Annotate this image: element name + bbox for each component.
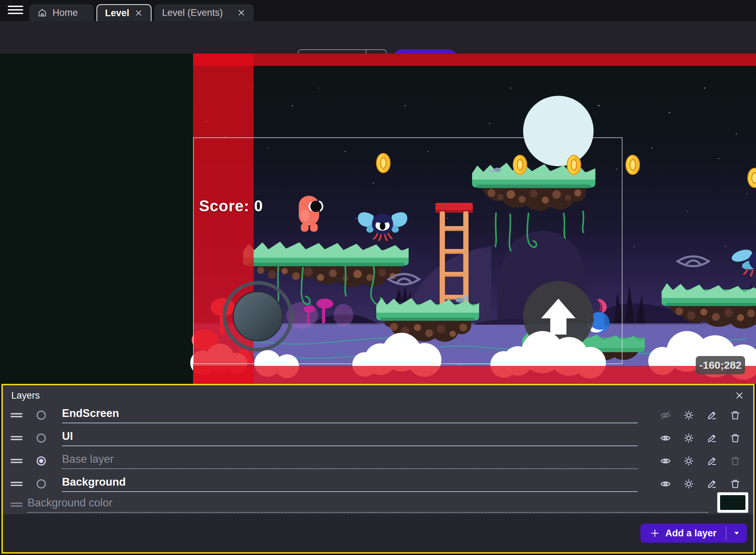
eye-icon <box>660 432 671 444</box>
layer-visibility-button[interactable] <box>654 476 677 492</box>
layer-effects-button[interactable] <box>677 430 700 446</box>
cursor-coordinates-badge: -160;282 <box>696 356 745 374</box>
brightness-icon <box>683 432 694 444</box>
background-color-row: Background color <box>3 495 753 514</box>
layer-delete-button[interactable] <box>724 476 747 492</box>
background-color-field[interactable]: Background color <box>27 497 708 513</box>
layer-visibility-button[interactable] <box>654 453 677 469</box>
add-layer-split-button: Add a layer <box>640 524 747 543</box>
scene-canvas[interactable]: Score: 0 -160;282 <box>0 54 756 384</box>
layer-row: UI <box>3 426 753 449</box>
layer-name-field[interactable]: EndScreen <box>62 407 638 423</box>
moon <box>523 96 594 166</box>
close-tab-icon[interactable] <box>237 8 246 17</box>
drag-handle-icon[interactable] <box>11 480 23 487</box>
layer-select-radio[interactable] <box>37 456 46 466</box>
layers-panel-title: Layers <box>11 390 40 401</box>
scene-art <box>0 54 756 384</box>
brightness-icon <box>683 478 694 489</box>
pencil-icon <box>706 432 718 444</box>
pencil-icon <box>706 455 718 467</box>
layer-edit-button[interactable] <box>700 407 724 423</box>
layer-edit-button[interactable] <box>700 453 724 469</box>
tab-level-events-label: Level (Events) <box>162 7 223 18</box>
pencil-icon <box>706 410 718 421</box>
joystick-control[interactable] <box>224 283 291 350</box>
close-tab-icon[interactable] <box>134 8 143 18</box>
brightness-icon <box>683 410 694 421</box>
red-zone-overlay-bottom <box>193 366 756 384</box>
background-color-swatch[interactable] <box>717 492 748 513</box>
add-layer-button[interactable]: Add a layer <box>640 524 726 543</box>
layer-delete-button[interactable] <box>724 453 747 469</box>
trash-icon <box>730 410 741 421</box>
score-text: Score: 0 <box>199 197 263 215</box>
layer-effects-button[interactable] <box>677 407 700 423</box>
layer-list: EndScreenUIBase layerBackground <box>3 404 753 495</box>
home-icon <box>37 7 48 18</box>
layer-row: EndScreen <box>3 404 753 426</box>
trash-icon <box>730 455 741 467</box>
layer-row: Base layer <box>3 449 753 472</box>
layer-edit-button[interactable] <box>700 476 724 492</box>
eye-icon <box>660 478 671 489</box>
add-layer-label: Add a layer <box>665 528 717 539</box>
layer-name-field[interactable]: Background <box>62 476 638 492</box>
layer-effects-button[interactable] <box>677 453 700 469</box>
layer-row: Background <box>3 472 753 495</box>
drag-handle-icon[interactable] <box>11 457 23 464</box>
drag-handle-icon[interactable] <box>11 501 23 508</box>
tab-home[interactable]: Home <box>29 4 94 21</box>
layer-select-radio[interactable] <box>37 411 46 420</box>
tab-bar: Home Level Level (Events) <box>0 0 756 21</box>
layers-panel: Layers EndScreenUIBase layerBackground B… <box>1 384 755 554</box>
drag-handle-icon[interactable] <box>11 412 23 419</box>
layer-effects-button[interactable] <box>677 476 700 492</box>
chevron-down-icon <box>732 529 741 537</box>
tab-level-label: Level <box>105 8 129 19</box>
layers-panel-footer: Add a layer <box>3 514 753 552</box>
layer-select-radio[interactable] <box>37 479 46 488</box>
main-menu-button[interactable] <box>8 6 23 16</box>
eye-off-icon <box>660 410 671 421</box>
trash-icon <box>730 478 741 489</box>
layer-delete-button[interactable] <box>724 430 747 446</box>
gdevelop-editor: Home Level Level (Events) Preview Publ <box>0 0 756 555</box>
eye-icon <box>660 455 671 467</box>
layer-select-radio[interactable] <box>37 434 46 443</box>
layer-edit-button[interactable] <box>700 430 724 446</box>
tab-home-label: Home <box>52 7 78 18</box>
trash-icon <box>730 432 741 444</box>
brightness-icon <box>683 455 694 467</box>
tab-level-events[interactable]: Level (Events) <box>154 4 254 21</box>
scene-toolbar: Preview Publish <box>0 21 756 54</box>
layer-name-field[interactable]: UI <box>62 430 638 446</box>
tab-level[interactable]: Level <box>97 4 151 21</box>
pencil-icon <box>706 478 718 489</box>
drag-handle-icon[interactable] <box>11 435 23 442</box>
layer-delete-button[interactable] <box>724 407 747 423</box>
plus-icon <box>650 528 660 538</box>
add-layer-options-button[interactable] <box>726 524 747 543</box>
layer-visibility-button[interactable] <box>654 407 677 423</box>
layer-name-field[interactable]: Base layer <box>62 453 638 469</box>
layer-visibility-button[interactable] <box>654 430 677 446</box>
close-panel-icon[interactable] <box>734 390 745 401</box>
background-color-label: Background color <box>27 497 112 509</box>
